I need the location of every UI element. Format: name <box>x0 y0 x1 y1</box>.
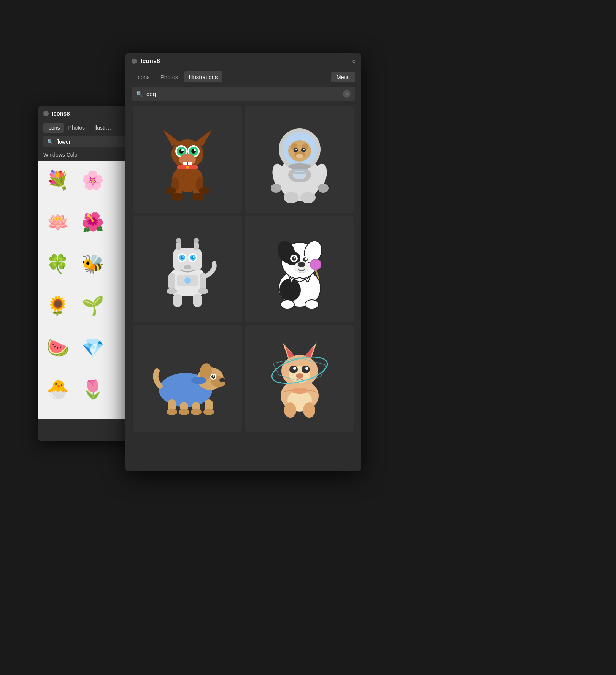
dog-search-input[interactable] <box>146 91 339 97</box>
illustration-astronaut-dog[interactable] <box>245 106 354 213</box>
svg-point-36 <box>296 154 303 158</box>
svg-point-91 <box>305 300 319 309</box>
dog-search-area[interactable]: 🔍 × <box>132 87 355 101</box>
flower-close-button[interactable] <box>43 111 49 116</box>
svg-point-118 <box>302 366 310 373</box>
icon-lotus[interactable]: 🪷 <box>44 209 71 236</box>
svg-point-68 <box>198 288 208 294</box>
svg-point-90 <box>281 300 294 309</box>
icon-blue-flower[interactable]: 💐 <box>44 167 71 194</box>
svg-point-70 <box>184 277 191 284</box>
svg-point-34 <box>303 149 305 150</box>
svg-point-11 <box>194 149 196 151</box>
illustration-sweater-dog[interactable] <box>133 325 242 432</box>
dog-window: Icons8 « Icons Photos Illustrations Menu… <box>125 53 361 471</box>
icon-orange-flower[interactable]: 🌸 <box>79 167 106 194</box>
svg-point-22 <box>192 193 204 201</box>
svg-point-100 <box>203 409 214 415</box>
illustration-robot-dog[interactable] <box>133 216 242 322</box>
svg-point-43 <box>284 192 299 203</box>
dog-close-button[interactable] <box>132 59 137 64</box>
illustration-chihuahua[interactable] <box>133 106 242 213</box>
flower-tab-illustrations[interactable]: Illustr… <box>89 123 115 133</box>
dog-scroll-area[interactable] <box>125 103 361 471</box>
svg-point-98 <box>179 409 189 415</box>
svg-rect-65 <box>168 273 175 290</box>
illustration-fox-wireframe[interactable] <box>245 325 354 432</box>
icon-red-flower[interactable]: 🌺 <box>79 209 106 236</box>
icon-sunflower[interactable]: 🌻 <box>44 292 71 320</box>
svg-rect-47 <box>294 172 305 174</box>
icon-plant[interactable]: 🌱 <box>79 292 106 320</box>
svg-point-79 <box>292 256 296 261</box>
dog-clear-button[interactable]: × <box>343 90 351 98</box>
svg-point-42 <box>318 184 329 193</box>
dog-tab-photos[interactable]: Photos <box>156 71 183 82</box>
dog-illustrations-grid <box>125 105 361 434</box>
svg-point-106 <box>213 375 214 377</box>
svg-point-88 <box>310 259 321 270</box>
svg-rect-62 <box>184 265 191 269</box>
svg-point-21 <box>171 193 183 201</box>
svg-point-52 <box>176 238 181 243</box>
dog-search-icon: 🔍 <box>136 91 143 97</box>
svg-point-81 <box>294 257 295 259</box>
dog-app-title: Icons8 <box>141 58 160 65</box>
dog-tab-icons[interactable]: Icons <box>132 71 154 82</box>
svg-point-72 <box>279 279 301 301</box>
svg-point-16 <box>186 166 189 169</box>
dog-nav-bar: Icons Photos Illustrations Menu <box>125 69 361 85</box>
dog-tab-illustrations[interactable]: Illustrations <box>184 71 222 82</box>
expand-icon[interactable]: « <box>352 58 355 64</box>
svg-point-117 <box>289 366 298 373</box>
svg-point-10 <box>181 149 184 151</box>
svg-point-121 <box>296 373 303 379</box>
svg-point-125 <box>303 402 315 418</box>
svg-point-45 <box>288 163 311 170</box>
menu-button[interactable]: Menu <box>331 72 355 82</box>
svg-point-33 <box>295 149 297 150</box>
svg-point-119 <box>293 367 296 370</box>
flower-tab-icons[interactable]: Icons <box>43 123 64 133</box>
icon-clover[interactable]: 🍀 <box>44 250 71 278</box>
svg-rect-63 <box>173 294 182 307</box>
svg-marker-3 <box>195 129 212 146</box>
svg-marker-2 <box>163 129 180 146</box>
svg-point-97 <box>167 409 177 415</box>
svg-point-120 <box>305 367 308 370</box>
icon-tulip[interactable]: 🌷 <box>79 376 106 403</box>
svg-point-61 <box>193 256 194 258</box>
illustration-bowtie-dog[interactable] <box>245 216 354 322</box>
svg-point-124 <box>284 402 296 418</box>
icon-chick[interactable]: 🐣 <box>44 376 71 403</box>
flower-search-icon: 🔍 <box>47 139 53 145</box>
svg-point-108 <box>191 377 206 384</box>
svg-point-99 <box>191 409 202 415</box>
svg-point-82 <box>305 258 307 260</box>
svg-point-84 <box>298 262 305 267</box>
svg-point-38 <box>293 170 306 179</box>
svg-point-60 <box>182 256 184 258</box>
svg-point-103 <box>219 378 225 382</box>
svg-rect-46 <box>294 169 305 171</box>
svg-point-53 <box>194 238 199 243</box>
dog-title-bar: Icons8 « <box>125 53 361 69</box>
flower-app-title: Icons8 <box>52 110 70 117</box>
svg-point-67 <box>167 288 177 294</box>
svg-point-24 <box>199 187 210 194</box>
svg-point-41 <box>271 184 281 193</box>
flower-tab-photos[interactable]: Photos <box>64 123 89 133</box>
svg-point-126 <box>291 388 308 394</box>
svg-point-44 <box>300 192 316 203</box>
icon-gem[interactable]: 💎 <box>79 334 106 361</box>
svg-point-80 <box>303 257 308 262</box>
icon-watermelon[interactable]: 🍉 <box>44 334 71 361</box>
svg-rect-64 <box>193 294 202 307</box>
icon-bee[interactable]: 🐝 <box>79 250 106 278</box>
svg-point-23 <box>165 187 176 194</box>
